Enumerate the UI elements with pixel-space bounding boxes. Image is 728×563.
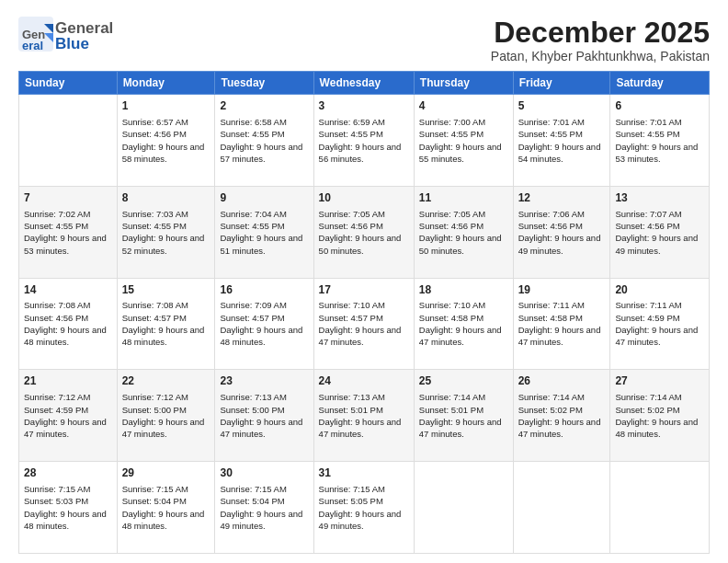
calendar-cell: 2Sunrise: 6:58 AMSunset: 4:55 PMDaylight… — [215, 95, 313, 187]
daylight-text: Daylight: 9 hours and 53 minutes. — [24, 232, 112, 257]
day-number: 2 — [220, 98, 308, 114]
calendar-cell: 28Sunrise: 7:15 AMSunset: 5:03 PMDayligh… — [19, 462, 118, 554]
sunrise-text: Sunrise: 7:05 AM — [419, 208, 508, 220]
sunrise-text: Sunrise: 7:00 AM — [419, 116, 508, 128]
sunrise-text: Sunrise: 7:06 AM — [518, 208, 606, 220]
sunset-text: Sunset: 4:56 PM — [24, 312, 112, 324]
calendar-cell — [414, 462, 513, 554]
day-number: 23 — [220, 373, 308, 389]
sunrise-text: Sunrise: 7:03 AM — [122, 208, 210, 220]
sunset-text: Sunset: 4:57 PM — [220, 312, 308, 324]
calendar-cell: 12Sunrise: 7:06 AMSunset: 4:56 PMDayligh… — [513, 186, 610, 278]
sunset-text: Sunset: 4:55 PM — [319, 128, 409, 140]
sunrise-text: Sunrise: 7:02 AM — [24, 208, 112, 220]
sunrise-text: Sunrise: 7:11 AM — [518, 299, 606, 311]
day-number: 31 — [319, 465, 409, 481]
sunset-text: Sunset: 5:04 PM — [220, 495, 308, 507]
daylight-text: Daylight: 9 hours and 49 minutes. — [615, 232, 704, 257]
daylight-text: Daylight: 9 hours and 48 minutes. — [615, 416, 704, 441]
sunrise-text: Sunrise: 7:13 AM — [319, 391, 409, 403]
week-row: 1Sunrise: 6:57 AMSunset: 4:56 PMDaylight… — [19, 95, 710, 187]
sunset-text: Sunset: 5:04 PM — [122, 495, 210, 507]
sunrise-text: Sunrise: 6:57 AM — [122, 116, 210, 128]
daylight-text: Daylight: 9 hours and 49 minutes. — [220, 508, 308, 533]
sunset-text: Sunset: 4:55 PM — [419, 128, 508, 140]
day-number: 16 — [220, 282, 308, 298]
day-number: 14 — [24, 282, 112, 298]
svg-text:eral: eral — [22, 39, 43, 52]
sunset-text: Sunset: 4:56 PM — [122, 128, 210, 140]
calendar-cell: 1Sunrise: 6:57 AMSunset: 4:56 PMDaylight… — [117, 95, 215, 187]
sunrise-text: Sunrise: 6:59 AM — [319, 116, 409, 128]
calendar-cell: 10Sunrise: 7:05 AMSunset: 4:56 PMDayligh… — [313, 186, 414, 278]
daylight-text: Daylight: 9 hours and 57 minutes. — [220, 141, 308, 166]
day-number: 4 — [419, 98, 508, 114]
day-number: 15 — [122, 282, 210, 298]
week-row: 28Sunrise: 7:15 AMSunset: 5:03 PMDayligh… — [19, 462, 710, 554]
calendar-cell: 9Sunrise: 7:04 AMSunset: 4:55 PMDaylight… — [215, 186, 313, 278]
calendar-cell: 26Sunrise: 7:14 AMSunset: 5:02 PMDayligh… — [513, 370, 610, 462]
calendar-cell: 8Sunrise: 7:03 AMSunset: 4:55 PMDaylight… — [117, 186, 215, 278]
daylight-text: Daylight: 9 hours and 47 minutes. — [518, 324, 606, 349]
calendar-cell: 15Sunrise: 7:08 AMSunset: 4:57 PMDayligh… — [117, 278, 215, 370]
sunrise-text: Sunrise: 7:08 AM — [122, 299, 210, 311]
sunset-text: Sunset: 4:56 PM — [615, 220, 704, 232]
calendar-table: SundayMondayTuesdayWednesdayThursdayFrid… — [18, 71, 710, 554]
calendar-cell: 16Sunrise: 7:09 AMSunset: 4:57 PMDayligh… — [215, 278, 313, 370]
day-number: 20 — [615, 282, 704, 298]
calendar-cell: 11Sunrise: 7:05 AMSunset: 4:56 PMDayligh… — [414, 186, 513, 278]
day-number: 28 — [24, 465, 112, 481]
day-number: 24 — [319, 373, 409, 389]
week-row: 7Sunrise: 7:02 AMSunset: 4:55 PMDaylight… — [19, 186, 710, 278]
day-number: 7 — [24, 190, 112, 206]
calendar-cell: 29Sunrise: 7:15 AMSunset: 5:04 PMDayligh… — [117, 462, 215, 554]
sunset-text: Sunset: 4:59 PM — [24, 404, 112, 416]
daylight-text: Daylight: 9 hours and 47 minutes. — [24, 416, 112, 441]
calendar-cell: 31Sunrise: 7:15 AMSunset: 5:05 PMDayligh… — [313, 462, 414, 554]
sunset-text: Sunset: 4:55 PM — [518, 128, 606, 140]
sunrise-text: Sunrise: 7:15 AM — [24, 483, 112, 495]
calendar-cell — [19, 95, 118, 187]
day-number: 19 — [518, 282, 606, 298]
day-number: 9 — [220, 190, 308, 206]
sunset-text: Sunset: 4:56 PM — [419, 220, 508, 232]
day-number: 8 — [122, 190, 210, 206]
calendar-cell: 7Sunrise: 7:02 AMSunset: 4:55 PMDaylight… — [19, 186, 118, 278]
daylight-text: Daylight: 9 hours and 47 minutes. — [220, 416, 308, 441]
sunrise-text: Sunrise: 7:14 AM — [419, 391, 508, 403]
calendar-cell: 14Sunrise: 7:08 AMSunset: 4:56 PMDayligh… — [19, 278, 118, 370]
daylight-text: Daylight: 9 hours and 47 minutes. — [319, 416, 409, 441]
sunset-text: Sunset: 4:56 PM — [518, 220, 606, 232]
sunrise-text: Sunrise: 6:58 AM — [220, 116, 308, 128]
sunrise-text: Sunrise: 7:14 AM — [615, 391, 704, 403]
daylight-text: Daylight: 9 hours and 50 minutes. — [319, 232, 409, 257]
day-number: 5 — [518, 98, 606, 114]
sunrise-text: Sunrise: 7:11 AM — [615, 299, 704, 311]
sunset-text: Sunset: 5:01 PM — [419, 404, 508, 416]
weekday-header: Saturday — [610, 72, 710, 95]
day-number: 13 — [615, 190, 704, 206]
sunset-text: Sunset: 5:01 PM — [319, 404, 409, 416]
day-number: 18 — [419, 282, 508, 298]
day-number: 21 — [24, 373, 112, 389]
title-block: December 2025 Patan, Khyber Pakhtunkhwa,… — [491, 17, 710, 63]
calendar-cell: 27Sunrise: 7:14 AMSunset: 5:02 PMDayligh… — [610, 370, 710, 462]
daylight-text: Daylight: 9 hours and 47 minutes. — [518, 416, 606, 441]
sunset-text: Sunset: 4:55 PM — [220, 128, 308, 140]
sunrise-text: Sunrise: 7:14 AM — [518, 391, 606, 403]
calendar-cell: 20Sunrise: 7:11 AMSunset: 4:59 PMDayligh… — [610, 278, 710, 370]
sunset-text: Sunset: 4:58 PM — [518, 312, 606, 324]
sunset-text: Sunset: 4:55 PM — [24, 220, 112, 232]
logo-blue: Blue — [55, 36, 113, 52]
day-number: 25 — [419, 373, 508, 389]
daylight-text: Daylight: 9 hours and 47 minutes. — [122, 416, 210, 441]
daylight-text: Daylight: 9 hours and 47 minutes. — [319, 324, 409, 349]
daylight-text: Daylight: 9 hours and 47 minutes. — [419, 324, 508, 349]
sunrise-text: Sunrise: 7:10 AM — [419, 299, 508, 311]
sunset-text: Sunset: 4:55 PM — [122, 220, 210, 232]
page: Gen eral General Blue December 2025 Pata… — [0, 0, 728, 563]
sunset-text: Sunset: 4:59 PM — [615, 312, 704, 324]
calendar-cell: 4Sunrise: 7:00 AMSunset: 4:55 PMDaylight… — [414, 95, 513, 187]
calendar-cell: 13Sunrise: 7:07 AMSunset: 4:56 PMDayligh… — [610, 186, 710, 278]
daylight-text: Daylight: 9 hours and 49 minutes. — [518, 232, 606, 257]
